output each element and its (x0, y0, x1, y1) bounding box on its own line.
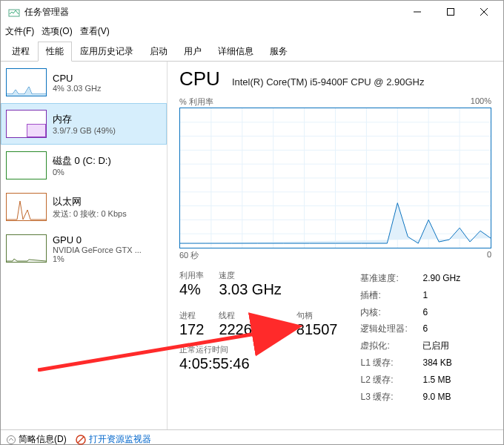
sidebar-memory-value: 3.9/7.9 GB (49%) (53, 126, 116, 135)
stat-threads: 线程2226 (219, 310, 281, 338)
row-base-speed: 基准速度:2.90 GHz (360, 270, 460, 287)
sidebar-cpu-name: CPU (53, 73, 101, 84)
chart-label-max: 100% (471, 96, 491, 108)
sidebar-item-disk[interactable]: 磁盘 0 (C: D:) 0% (1, 145, 167, 186)
disk-thumb-chart (6, 151, 47, 179)
close-button[interactable] (467, 1, 500, 23)
main-panel: CPU Intel(R) Core(TM) i5-9400F CPU @ 2.9… (168, 62, 503, 429)
menu-view[interactable]: 查看(V) (80, 25, 110, 38)
row-l1-cache: L1 缓存:384 KB (360, 355, 460, 372)
row-l3-cache: L3 缓存:9.0 MB (360, 389, 460, 406)
titlebar: 任务管理器 (1, 1, 503, 23)
sidebar-gpu-name: GPU 0 (53, 234, 142, 245)
sidebar-item-ethernet[interactable]: 以太网 发送: 0 接收: 0 Kbps (1, 186, 167, 228)
chart-xmax: 0 (487, 250, 491, 261)
app-icon (8, 6, 20, 18)
header: CPU Intel(R) Core(TM) i5-9400F CPU @ 2.9… (179, 67, 491, 90)
sidebar-disk-name: 磁盘 0 (C: D:) (53, 154, 111, 168)
content: CPU 4% 3.03 GHz 内存 3.9/7.9 GB (49%) 磁盘 0… (1, 62, 503, 429)
sidebar-memory-label: 内存 3.9/7.9 GB (49%) (53, 110, 116, 138)
sidebar-disk-label: 磁盘 0 (C: D:) 0% (53, 151, 111, 179)
svg-rect-2 (447, 9, 454, 16)
stat-utilization: 利用率4% (179, 270, 204, 298)
open-resource-monitor-link[interactable]: 打开资源监视器 (76, 433, 151, 445)
window-controls (400, 1, 500, 23)
task-manager-window: 任务管理器 文件(F) 选项(O) 查看(V) 进程 性能 应用历史记录 启动 … (0, 0, 504, 445)
tab-performance[interactable]: 性能 (38, 42, 72, 62)
row-sockets: 插槽:1 (360, 287, 460, 304)
minimize-button[interactable] (400, 1, 434, 23)
chart-bottom-labels: 60 秒 0 (179, 250, 491, 261)
sidebar-gpu-value: 1% (53, 254, 142, 263)
tabs: 进程 性能 应用历史记录 启动 用户 详细信息 服务 (1, 41, 503, 62)
gpu-thumb-chart (6, 234, 47, 263)
stats-area: 利用率4% 速度3.03 GHz 进程172 线程2226 句柄81507 正常… (179, 270, 491, 405)
svg-line-25 (78, 437, 84, 443)
cpu-utilization-chart[interactable] (179, 108, 491, 248)
sidebar-ethernet-value: 发送: 0 接收: 0 Kbps (53, 208, 127, 220)
row-cores: 内核:6 (360, 304, 460, 321)
tab-users[interactable]: 用户 (176, 42, 210, 62)
footer: 简略信息(D) 打开资源监视器 (1, 429, 503, 445)
stat-processes: 进程172 (179, 310, 204, 338)
sidebar-gpu-label: GPU 0 NVIDIA GeForce GTX ... 1% (53, 234, 142, 263)
sidebar: CPU 4% 3.03 GHz 内存 3.9/7.9 GB (49%) 磁盘 0… (1, 62, 168, 429)
menu-options[interactable]: 选项(O) (42, 25, 72, 38)
maximize-button[interactable] (434, 1, 467, 23)
ethernet-thumb-chart (6, 193, 47, 221)
chart-label-util: % 利用率 (179, 96, 213, 108)
stat-uptime: 正常运行时间 4:05:55:46 (179, 344, 337, 372)
cpu-model: Intel(R) Core(TM) i5-9400F CPU @ 2.90GHz (232, 76, 425, 88)
svg-point-23 (7, 435, 16, 444)
chart-top-labels: % 利用率 100% (179, 96, 491, 108)
cpu-thumb-chart (6, 68, 47, 96)
stat-speed: 速度3.03 GHz (219, 270, 281, 298)
right-stats: 基准速度:2.90 GHz 插槽:1 内核:6 逻辑处理器:6 虚拟化:已启用 … (359, 270, 460, 405)
sidebar-ethernet-label: 以太网 发送: 0 接收: 0 Kbps (53, 193, 127, 221)
menu-file[interactable]: 文件(F) (5, 25, 34, 38)
main-title: CPU (179, 67, 220, 90)
window-title: 任务管理器 (24, 6, 400, 19)
left-stats: 利用率4% 速度3.03 GHz 进程172 线程2226 句柄81507 正常… (179, 270, 337, 405)
sidebar-ethernet-name: 以太网 (53, 195, 127, 208)
tab-app-history[interactable]: 应用历史记录 (72, 42, 142, 62)
row-virtualization: 虚拟化:已启用 (360, 337, 460, 355)
stat-handles: 句柄81507 (296, 310, 338, 338)
tab-processes[interactable]: 进程 (4, 42, 38, 62)
sidebar-item-memory[interactable]: 内存 3.9/7.9 GB (49%) (1, 103, 167, 145)
fewer-details-button[interactable]: 简略信息(D) (7, 433, 67, 445)
sidebar-cpu-value: 4% 3.03 GHz (53, 84, 101, 93)
row-l2-cache: L2 缓存:1.5 MB (360, 372, 460, 389)
chevron-up-icon (7, 435, 16, 444)
resmon-icon (76, 435, 86, 445)
sidebar-gpu-model: NVIDIA GeForce GTX ... (53, 245, 142, 254)
sidebar-item-cpu[interactable]: CPU 4% 3.03 GHz (1, 62, 167, 103)
menubar: 文件(F) 选项(O) 查看(V) (1, 23, 503, 39)
tab-details[interactable]: 详细信息 (210, 42, 262, 62)
memory-thumb-chart (6, 110, 47, 138)
tab-services[interactable]: 服务 (262, 42, 296, 62)
sidebar-item-gpu[interactable]: GPU 0 NVIDIA GeForce GTX ... 1% (1, 228, 167, 270)
sidebar-cpu-label: CPU 4% 3.03 GHz (53, 68, 101, 96)
tab-startup[interactable]: 启动 (142, 42, 176, 62)
row-logical-processors: 逻辑处理器:6 (360, 320, 460, 337)
sidebar-disk-value: 0% (53, 168, 111, 177)
chart-xmin: 60 秒 (179, 250, 199, 261)
sidebar-memory-name: 内存 (53, 113, 116, 126)
